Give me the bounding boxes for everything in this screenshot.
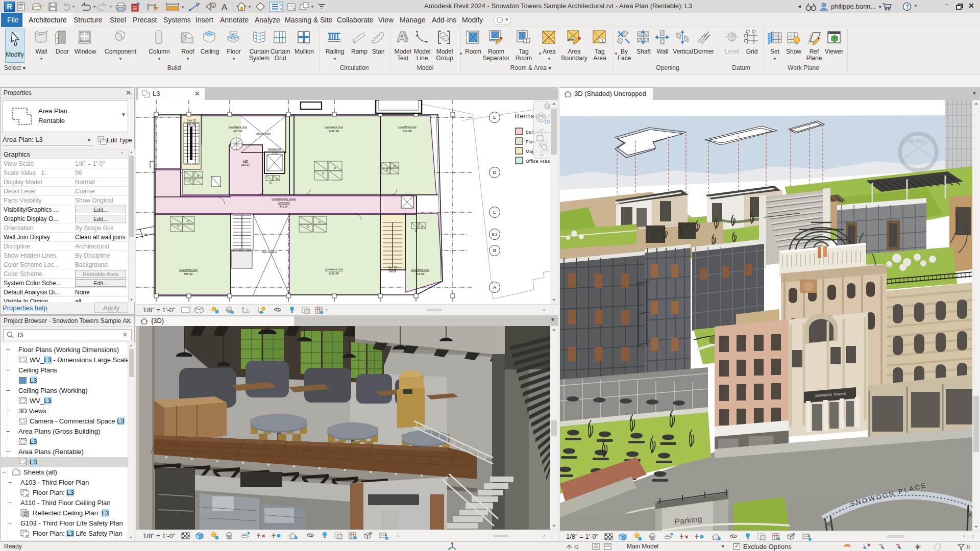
svg-text:Live/Work Unit: Live/Work Unit — [325, 268, 343, 271]
svg-text:1: 1 — [525, 38, 528, 43]
svg-text:✕: ✕ — [261, 533, 265, 539]
svg-text:Open to below: Open to below — [262, 251, 277, 254]
svg-text:623 SF: 623 SF — [415, 272, 425, 276]
svg-text:A: A — [493, 285, 496, 290]
svg-text:1: 1 — [212, 4, 214, 7]
svg-text:1190 SF: 1190 SF — [329, 272, 339, 275]
svg-text:Office Area: Office Area — [526, 159, 550, 164]
svg-text:Stair S3: Stair S3 — [388, 266, 397, 269]
svg-text:1: 1 — [601, 38, 604, 43]
svg-text:2D: 2D — [544, 119, 550, 124]
svg-text:▼: ▼ — [92, 5, 96, 9]
svg-text:841 SF: 841 SF — [280, 205, 288, 208]
svg-text:▼: ▼ — [310, 5, 314, 9]
svg-text::0: :0 — [965, 544, 970, 550]
svg-text:▼: ▼ — [181, 5, 185, 10]
svg-text:?: ? — [905, 4, 909, 10]
svg-text:79 SF: 79 SF — [272, 152, 278, 155]
svg-text:244 SF: 244 SF — [389, 270, 397, 273]
svg-text:▼: ▼ — [248, 5, 252, 9]
svg-text:816 SF: 816 SF — [403, 130, 412, 133]
svg-text::0: :0 — [574, 544, 578, 550]
svg-text:B.1: B.1 — [492, 233, 498, 236]
svg-text:B: B — [493, 248, 496, 253]
svg-text:✕: ✕ — [684, 534, 689, 540]
svg-text:E: E — [493, 115, 496, 120]
svg-text:C: C — [493, 210, 497, 215]
svg-text:✕: ✕ — [867, 543, 871, 548]
svg-text:1145 SF: 1145 SF — [329, 130, 339, 133]
svg-text:▼: ▼ — [109, 5, 113, 9]
svg-text:Live/Work Unit: Live/Work Unit — [398, 126, 416, 129]
svg-text:Live/Work Unit: Live/Work Unit — [179, 268, 198, 271]
svg-text:Corridor/Utility (Floor: Corridor/Utility (Floor — [272, 197, 296, 201]
svg-text:D: D — [493, 170, 497, 175]
svg-text:Loft: Loft — [243, 159, 248, 162]
svg-text:A: A — [222, 3, 228, 12]
svg-text:Common): Common) — [278, 201, 290, 204]
svg-text:248 SF: 248 SF — [187, 123, 195, 126]
svg-text:885 SF: 885 SF — [184, 272, 193, 276]
svg-text:Live/Work Unit: Live/Work Unit — [229, 126, 247, 129]
svg-text:647 SF: 647 SF — [233, 130, 242, 133]
svg-text:Elevator E2: Elevator E2 — [268, 148, 281, 151]
svg-text:Live/Work Unit: Live/Work Unit — [325, 126, 343, 129]
svg-text:▼: ▼ — [71, 5, 76, 9]
svg-text:Open to below: Open to below — [256, 133, 271, 135]
svg-text:1: 1 — [725, 31, 727, 34]
svg-text:Stair S2: Stair S2 — [187, 119, 196, 122]
svg-text:289 SF: 289 SF — [241, 163, 250, 166]
svg-text:Live/Work Unit: Live/Work Unit — [411, 268, 429, 271]
